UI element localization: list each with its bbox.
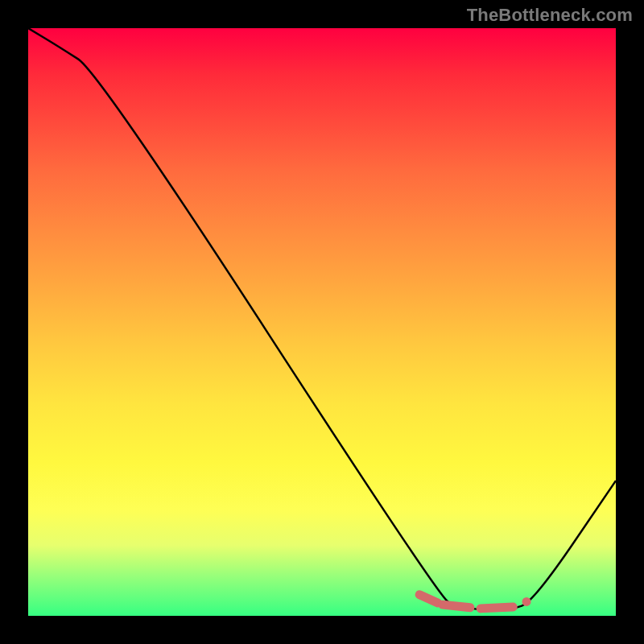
gradient-plot-area [28, 28, 616, 616]
watermark-text: TheBottleneck.com [467, 5, 633, 26]
optimal-range-markers [419, 595, 526, 609]
optimal-segment-1 [419, 595, 438, 603]
optimal-segment-3 [481, 607, 513, 609]
plot-overlay [28, 28, 616, 616]
optimal-segment-2 [443, 605, 470, 608]
bottleneck-curve [28, 28, 616, 610]
chart-frame: TheBottleneck.com [0, 0, 644, 644]
